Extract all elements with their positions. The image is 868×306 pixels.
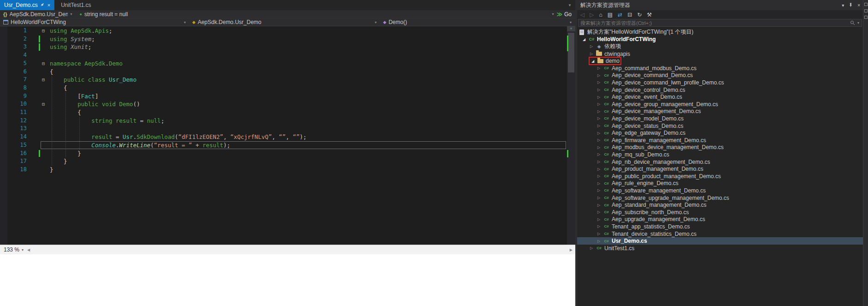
code-line[interactable]: 6{ — [0, 68, 567, 76]
sync-active-document-icon[interactable]: ⇄ — [618, 12, 622, 18]
tab-unittest1[interactable]: UnitTest1.cs — [54, 0, 97, 10]
expand-arrow-icon[interactable]: ▷ — [596, 109, 601, 114]
collapse-arrow-icon[interactable]: ◢ — [590, 59, 595, 63]
h-scroll-left-arrow-icon[interactable]: ◀ — [27, 248, 30, 252]
outline-collapse-icon[interactable]: ⊟ — [42, 60, 45, 68]
tree-item[interactable]: ▷C#Aep_device_command_Demo.cs — [577, 72, 863, 79]
expand-arrow-icon[interactable]: ▷ — [596, 73, 601, 78]
chevron-down-icon[interactable]: ▾ — [552, 12, 554, 16]
expand-arrow-icon[interactable]: ▷ — [596, 188, 601, 192]
expand-arrow-icon[interactable]: ▷ — [596, 217, 601, 222]
search-box[interactable]: ▾ — [578, 19, 862, 27]
tree-item[interactable]: ◢C#HelloWorldForCTWing — [577, 36, 863, 43]
expand-arrow-icon[interactable]: ▷ — [596, 152, 601, 156]
tab-overflow-chevron-icon[interactable]: ▼ — [568, 3, 572, 7]
close-tab-icon[interactable]: × — [47, 2, 50, 8]
expand-arrow-icon[interactable]: ▷ — [596, 145, 601, 150]
search-input[interactable] — [579, 20, 850, 26]
expand-arrow-icon[interactable]: ▷ — [596, 66, 601, 70]
expand-arrow-icon[interactable]: ▷ — [596, 131, 601, 135]
chevron-down-icon[interactable]: ▾ — [184, 20, 186, 24]
h-scroll-right-arrow-icon[interactable]: ▶ — [570, 248, 573, 252]
expand-arrow-icon[interactable]: ▷ — [596, 116, 601, 120]
auto-hide-pin-icon[interactable] — [849, 3, 853, 8]
tree-item[interactable]: ▷C#Aep_rule_engine_Demo.cs — [577, 180, 863, 187]
member-dropdown[interactable]: ◆ Demo() ▾ — [380, 18, 575, 26]
tree-item[interactable]: ▷ctwingapis — [577, 50, 863, 58]
code-line[interactable]: 11{ — [0, 108, 567, 117]
expand-arrow-icon[interactable]: ▷ — [596, 160, 601, 164]
code-line[interactable]: 8{ — [0, 84, 567, 92]
side-strip-icon[interactable] — [864, 9, 868, 12]
collapse-all-icon[interactable]: ⊟ — [627, 12, 632, 18]
tree-item[interactable]: ▷C#Aep_device_status_Demo.cs — [577, 122, 863, 130]
tree-item[interactable]: ▷C#Aep_device_event_Demo.cs — [577, 93, 863, 101]
expand-arrow-icon[interactable]: ▷ — [596, 174, 601, 178]
tree-item[interactable]: ▷C#Aep_product_management_Demo.cs — [577, 165, 863, 173]
tree-item[interactable]: ▷C#Aep_device_command_lwm_profile_Demo.c… — [577, 79, 863, 86]
go-button[interactable]: ≫ Go — [556, 11, 572, 18]
properties-icon[interactable]: ⚒ — [647, 12, 652, 18]
code-line[interactable]: 15Console.WriteLine(“result = ” + result… — [0, 141, 567, 150]
expand-arrow-icon[interactable]: ▷ — [596, 232, 601, 236]
type-dropdown[interactable]: ◆ AepSdk.Demo.Usr_Demo ▾ — [189, 18, 380, 26]
expand-arrow-icon[interactable]: ▷ — [589, 44, 594, 48]
expand-arrow-icon[interactable]: ▷ — [596, 181, 601, 186]
chevron-down-icon[interactable]: ▾ — [71, 12, 72, 16]
side-strip-icon[interactable] — [864, 16, 868, 19]
project-dropdown[interactable]: HelloWorldForCTWing ▾ — [0, 18, 189, 26]
pin-icon[interactable] — [41, 2, 45, 8]
expand-arrow-icon[interactable]: ▷ — [596, 138, 601, 142]
code-line[interactable]: 9[Fact] — [0, 92, 567, 101]
expand-arrow-icon[interactable]: ▷ — [596, 210, 601, 214]
search-options-chevron-icon[interactable]: ▾ — [857, 21, 859, 25]
split-handle[interactable]: + — [567, 26, 575, 31]
code-line[interactable]: 3using Xunit; — [0, 43, 567, 51]
nav-back-icon[interactable]: ◁ — [580, 12, 585, 18]
tree-item[interactable]: ▷C#Aep_device_control_Demo.cs — [577, 86, 863, 94]
tree-item[interactable]: ▷C#Aep_upgrade_management_Demo.cs — [577, 216, 863, 223]
code-line[interactable]: 10⊟public void Demo() — [0, 100, 567, 108]
show-all-files-icon[interactable]: ▤ — [608, 12, 613, 18]
tab-usr-demo[interactable]: Usr_Demo.cs × — [0, 0, 54, 10]
tree-item[interactable]: ▷C#Usr_Demo.cs — [577, 237, 863, 245]
chevron-down-icon[interactable]: ▾ — [22, 248, 24, 252]
tree-item[interactable]: ▷◈依赖项 — [577, 43, 863, 50]
tree-item[interactable]: ▷C#Aep_device_model_Demo.cs — [577, 115, 863, 122]
code-line[interactable]: 16} — [0, 150, 567, 158]
expand-arrow-icon[interactable]: ▷ — [596, 203, 601, 207]
solution-explorer-header[interactable]: 解决方案资源管理器 ▾× — [577, 0, 863, 10]
code-line[interactable]: 5⊟namespace AepSdk.Demo — [0, 60, 567, 68]
tree-item[interactable]: ▷C#Aep_edge_gateway_Demo.cs — [577, 129, 863, 137]
tree-item[interactable]: ▷C#Tenant_device_statistics_Demo.cs — [577, 230, 863, 238]
tree-item[interactable]: ▷C#Aep_software_upgrade_management_Demo.… — [577, 194, 863, 202]
tree-item[interactable]: ◢demo — [577, 57, 863, 65]
code-line[interactable]: 17} — [0, 157, 567, 166]
scrollbar-thumb[interactable] — [568, 33, 574, 72]
expand-arrow-icon[interactable]: ▷ — [596, 239, 601, 243]
code-editor[interactable]: 1⊟using AepSdk.Apis;2using System;3using… — [0, 26, 575, 245]
tree-item[interactable]: ▷C#Tenant_app_statistics_Demo.cs — [577, 223, 863, 230]
tree-item[interactable]: ▷C#Aep_device_management_Demo.cs — [577, 108, 863, 115]
outline-collapse-icon[interactable]: ⊟ — [42, 76, 45, 84]
expand-arrow-icon[interactable]: ▷ — [596, 102, 601, 106]
outline-collapse-icon[interactable]: ⊟ — [42, 27, 45, 35]
search-icon[interactable] — [850, 19, 855, 27]
tree-item[interactable]: ▷C#Aep_firmware_management_Demo.cs — [577, 137, 863, 144]
code-line[interactable]: 18} — [0, 166, 567, 174]
zoom-level-dropdown[interactable]: 133 % — [4, 246, 19, 253]
home-icon[interactable]: ⌂ — [599, 12, 602, 18]
expand-arrow-icon[interactable]: ▷ — [596, 95, 601, 99]
refresh-icon[interactable]: ↻ — [637, 12, 642, 18]
vertical-scrollbar[interactable]: + — [567, 26, 575, 245]
code-line[interactable]: 7⊟public class Usr_Demo — [0, 76, 567, 84]
tree-item[interactable]: ▷C#Aep_software_management_Demo.cs — [577, 187, 863, 194]
outline-collapse-icon[interactable]: ⊟ — [42, 100, 45, 108]
tree-item[interactable]: ▷C#Aep_modbus_device_management_Demo.cs — [577, 144, 863, 151]
chevron-down-icon[interactable]: ▾ — [375, 20, 377, 24]
collapse-arrow-icon[interactable]: ◢ — [582, 37, 586, 42]
context-value-dropdown[interactable]: string result = null — [84, 11, 128, 18]
code-line[interactable]: 4 — [0, 51, 567, 60]
expand-arrow-icon[interactable]: ▷ — [596, 80, 601, 84]
tree-item[interactable]: ▷C#Aep_mq_sub_Demo.cs — [577, 151, 863, 158]
